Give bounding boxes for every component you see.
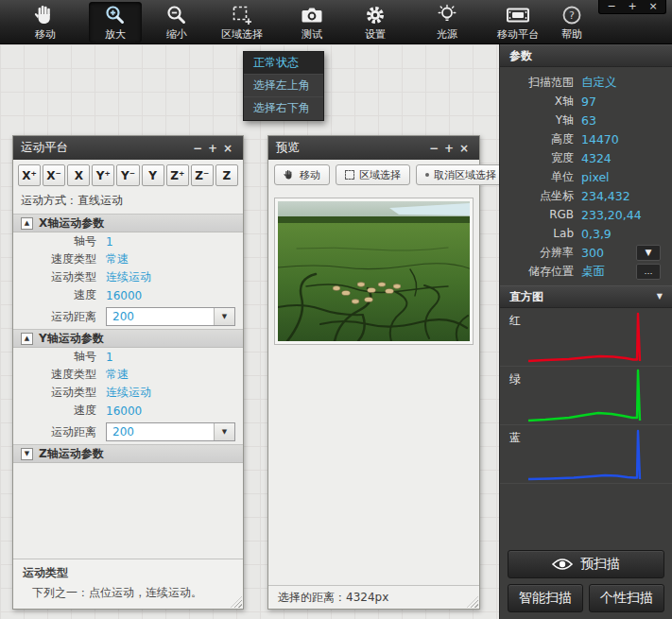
chevron-down-icon[interactable] — [214, 423, 234, 440]
axis-button-x-plus[interactable]: X⁺ — [18, 164, 41, 186]
param-value: 桌面 — [581, 264, 636, 280]
histogram-header[interactable]: 直方图 — [500, 285, 672, 308]
field-label: 速度 — [13, 403, 96, 419]
panel-minimize-button[interactable]: − — [190, 142, 205, 155]
toolbar-button-light-source[interactable]: 光源 — [421, 2, 474, 43]
preview-toolbar: 移动 区域选择 取消区域选择 — [268, 160, 479, 190]
axis-button-x-minus[interactable]: X⁻ — [43, 164, 65, 186]
panel-close-button[interactable]: × — [220, 142, 235, 155]
custom-scan-button[interactable]: 个性扫描 — [589, 584, 664, 612]
scanner-app-window: − + × 移动 放大 缩小 区域选择 — [0, 0, 672, 619]
collapse-icon[interactable] — [21, 448, 33, 460]
y-axis-section-header[interactable]: Y轴运动参数 — [13, 329, 243, 348]
field-value: 连续运动 — [106, 385, 151, 401]
window-maximize-button[interactable]: + — [623, 0, 642, 13]
blue-histogram-plot — [526, 425, 646, 484]
field-label: 速度 — [13, 287, 96, 303]
parameters-list: 扫描范围 自定义 X轴 97 Y轴 63 高度 14470 宽度 4324 单位… — [500, 67, 672, 285]
toolbar-button-zoom-out[interactable]: 缩小 — [150, 2, 203, 43]
smart-scan-button[interactable]: 智能扫描 — [508, 584, 583, 612]
x-axis-section-header[interactable]: X轴运动参数 — [13, 214, 243, 232]
axis-jog-buttons: X⁺ X⁻ X Y⁺ Y⁻ Y Z⁺ Z⁻ Z — [13, 160, 243, 191]
toolbar-label: 缩小 — [166, 28, 187, 41]
parameters-header: 参数 — [500, 44, 672, 67]
z-axis-section-header[interactable]: Z轴运动参数 — [13, 444, 243, 463]
toolbar-button-help[interactable]: ? 帮助 — [545, 2, 598, 43]
axis-button-z[interactable]: Z — [215, 164, 238, 186]
field-value: 1 — [106, 351, 113, 364]
histogram-green-channel: 绿 — [500, 367, 672, 425]
toolbar-button-zoom-in[interactable]: 放大 — [89, 2, 142, 43]
param-label: 高度 — [500, 131, 574, 147]
param-value: 233,20,44 — [581, 208, 672, 222]
section-title: X轴运动参数 — [39, 215, 104, 232]
axis-button-x[interactable]: X — [67, 164, 90, 186]
panel-minimize-button[interactable]: − — [426, 142, 441, 155]
field-label: 速度类型 — [13, 367, 96, 383]
preview-image[interactable] — [275, 198, 473, 344]
button-label: 移动 — [300, 168, 320, 182]
chevron-down-icon[interactable] — [214, 308, 234, 325]
toolbar-button-settings[interactable]: 设置 — [349, 2, 402, 43]
toolbar-button-motion-platform[interactable]: 移动平台 — [484, 2, 552, 43]
param-row: X轴 97 — [500, 92, 672, 111]
preview-cancel-region-button[interactable]: 取消区域选择 — [416, 164, 506, 185]
button-label: 预扫描 — [580, 556, 620, 573]
gear-icon — [364, 2, 387, 28]
menu-item-select-bottom-right[interactable]: 选择右下角 — [244, 97, 323, 120]
field-value: 常速 — [106, 367, 129, 383]
param-label: Y轴 — [500, 112, 574, 129]
motion-mode-text: 运动方式：直线运动 — [13, 191, 243, 214]
scan-buttons-row: 智能扫描 个性扫描 — [508, 584, 664, 612]
toolbar-label: 设置 — [365, 28, 386, 41]
preview-empty-area — [268, 344, 479, 585]
channel-label: 绿 — [509, 371, 521, 387]
panel-maximize-button[interactable]: + — [441, 142, 457, 155]
field-row: 运动类型 连续运动 — [13, 384, 243, 402]
field-label: 速度类型 — [13, 251, 96, 267]
param-label: 点坐标 — [500, 188, 574, 204]
axis-button-z-plus[interactable]: Z⁺ — [166, 164, 189, 186]
preview-move-button[interactable]: 移动 — [274, 164, 330, 185]
param-row: Lab 0,3,9 — [500, 224, 672, 243]
window-minimize-button[interactable]: − — [602, 0, 621, 13]
axis-button-y-plus[interactable]: Y⁺ — [92, 164, 114, 186]
panel-close-button[interactable]: × — [457, 142, 472, 155]
panel-empty-area — [13, 463, 243, 559]
param-label: 储存位置 — [500, 264, 574, 280]
y-distance-dropdown[interactable]: 200 — [106, 422, 235, 441]
landscape-photo — [278, 201, 472, 341]
field-value: 16000 — [106, 404, 142, 418]
resize-grip[interactable] — [467, 596, 478, 608]
x-distance-dropdown[interactable]: 200 — [106, 307, 235, 326]
toolbar-button-move[interactable]: 移动 — [19, 2, 72, 43]
field-row: 运动类型 连续运动 — [13, 268, 243, 286]
browse-location-button[interactable]: … — [636, 264, 661, 280]
panel-maximize-button[interactable]: + — [205, 142, 220, 155]
axis-button-y[interactable]: Y — [142, 164, 164, 186]
resolution-dropdown-button[interactable]: ▼ — [636, 245, 661, 261]
param-label: 分辨率 — [500, 245, 574, 261]
field-label: 运动类型 — [13, 385, 96, 401]
axis-button-y-minus[interactable]: Y⁻ — [116, 164, 139, 186]
param-label: RGB — [500, 208, 574, 221]
field-row: 速度类型 常速 — [13, 366, 243, 384]
status-text: 选择的距离：4324px — [278, 591, 388, 604]
toolbar-button-region-select[interactable]: 区域选择 — [210, 2, 274, 43]
window-close-button[interactable]: × — [644, 0, 663, 13]
menu-item-select-top-left[interactable]: 选择左上角 — [244, 75, 323, 97]
toolbar-button-test[interactable]: 测试 — [285, 2, 338, 43]
collapse-icon[interactable] — [21, 333, 33, 345]
dropdown-value: 200 — [107, 425, 214, 438]
motion-type-help: 运动类型 下列之一：点位运动，连续运动。 — [13, 559, 243, 609]
eye-icon — [552, 558, 573, 571]
collapse-icon[interactable] — [21, 217, 33, 230]
axis-button-z-minus[interactable]: Z⁻ — [191, 164, 214, 186]
param-value: pixel — [581, 170, 672, 184]
help-icon: ? — [561, 2, 582, 28]
menu-item-normal-state[interactable]: 正常状态 — [244, 52, 323, 75]
svg-text:?: ? — [569, 9, 575, 22]
prescan-button[interactable]: 预扫描 — [508, 550, 664, 578]
field-row: 轴号 1 — [13, 232, 243, 250]
preview-region-select-button[interactable]: 区域选择 — [336, 164, 410, 185]
